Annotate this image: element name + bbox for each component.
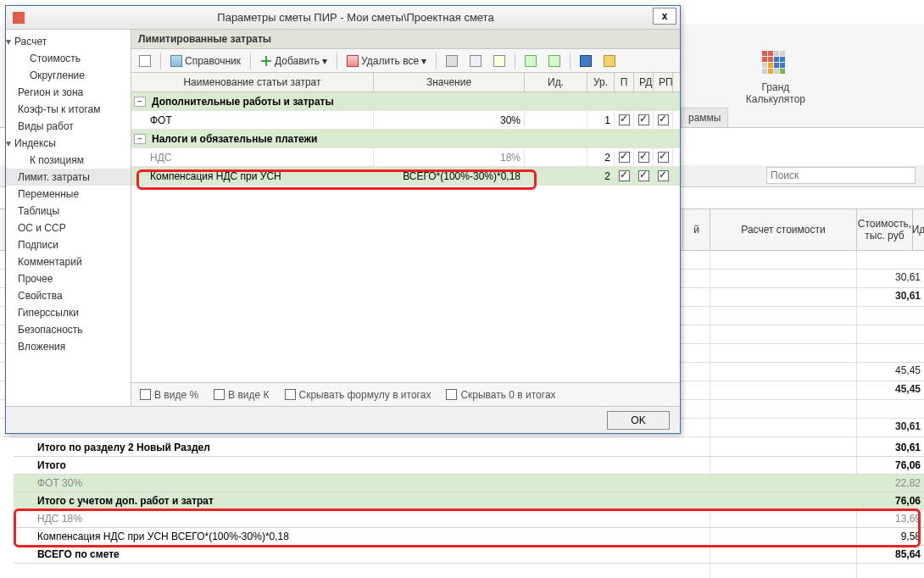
copy-icon [470,55,481,67]
titlebar: Параметры сметы ПИР - Мои сметы\Проектна… [6,6,680,30]
delete-icon [347,55,359,67]
tree-item[interactable]: Прочее [6,270,131,287]
tree-item[interactable]: Регион и зона [6,84,131,101]
nav-tree: ▾РасчетСтоимостьОкруглениеРегион и зонаК… [6,30,131,406]
checkbox-p[interactable] [619,170,630,181]
tree-item[interactable]: Переменные [6,186,131,203]
ribbon-calc-label: Гранд [746,81,805,93]
bg-cost-cell: 45,45 [858,383,921,395]
tree-item[interactable]: ▾Индексы [6,135,131,152]
tree-item[interactable]: ОС и ССР [6,220,131,236]
grid-header: Наименование статьи затрат Значение Ид. … [131,73,680,92]
dialog-title: Параметры сметы ПИР - Мои сметы\Проектна… [31,11,680,24]
opt-coeff[interactable]: В виде К [214,389,269,401]
bg-cost-cell: 30,61 [858,290,921,302]
book-icon [170,55,182,67]
estimate-row: Итого по разделу 2 Новый Раздел30,61 [14,439,924,457]
opt-hide-formula[interactable]: Скрывать формулу в итогах [285,389,431,401]
estimate-row: НДС 18%13,69 [14,510,924,528]
tree-item[interactable]: ▾Расчет [6,33,131,50]
tree-item[interactable]: Округление [6,67,131,84]
col-name: Наименование статьи затрат [131,73,374,92]
arrow-up-icon [525,55,537,67]
grid-row[interactable]: ФОТ30%1 [131,111,680,130]
bottom-estimate-rows: Итого по разделу 2 Новый Раздел30,61Итог… [14,439,924,564]
paste-button[interactable] [489,52,509,70]
col-p: П [615,73,634,92]
dialog-footer: OK [6,406,680,433]
tree-item[interactable]: Свойства [6,287,131,304]
add-button[interactable]: Добавить ▾ [256,52,331,70]
reference-button[interactable]: Справочник [166,52,245,70]
folder-open-icon [604,55,615,67]
close-button[interactable]: x [653,8,676,25]
move-up-button[interactable] [520,52,541,70]
ribbon-calc-group[interactable]: Гранд Калькулятор [746,51,805,105]
tree-item[interactable]: Безопасность [6,321,131,338]
copy-button[interactable] [465,52,486,70]
delete-all-button[interactable]: Удалить все ▾ [342,52,431,70]
save-button[interactable] [576,52,596,70]
open-button[interactable] [599,52,620,70]
tree-item[interactable]: Виды работ [6,118,131,135]
tree-item[interactable]: Таблицы [6,203,131,220]
params-dialog: Параметры сметы ПИР - Мои сметы\Проектна… [5,5,681,434]
opt-percent[interactable]: В виде % [140,389,198,401]
checkbox-rp[interactable] [658,114,669,125]
tree-item[interactable]: Лимит. затраты [6,169,131,186]
app-icon [13,12,25,24]
opt-hide-zero[interactable]: Скрывать 0 в итогах [446,389,555,401]
arrow-down-icon [548,55,560,67]
tree-item[interactable]: Коэф-ты к итогам [6,101,131,118]
section-title: Лимитированные затраты [131,30,680,49]
grid-body: −Дополнительные работы и затратыФОТ30%1−… [131,92,680,382]
checkbox-rd[interactable] [638,152,649,163]
col-rd: РД [634,73,654,92]
tree-item[interactable]: Подписи [6,236,131,253]
detail-icon [139,55,151,67]
checkbox-p[interactable] [619,152,630,163]
collapse-icon[interactable]: − [134,97,146,107]
footer-options: В виде % В виде К Скрывать формулу в ито… [131,382,680,406]
save-icon [580,55,592,67]
estimate-row: Итого76,06 [14,457,924,475]
bg-cost-cell: 45,45 [858,364,921,376]
grid-row[interactable]: Компенсация НДС при УСНВСЕГО*(100%-30%)*… [131,167,680,186]
bg-col-cost: Стоимость, тыс. руб [856,209,912,250]
ribbon-tab[interactable]: раммы [681,108,728,127]
estimate-row: Компенсация НДС при УСН ВСЕГО*(100%-30%)… [14,528,924,546]
bg-cost-cell: 30,61 [858,271,921,283]
col-level: Ур. [587,73,615,92]
col-value: Значение [374,73,525,92]
tree-item[interactable]: Стоимость [6,50,131,67]
search-input[interactable] [766,167,916,184]
checkbox-rp[interactable] [658,170,669,181]
tree-item[interactable]: Вложения [6,338,131,355]
checkbox-rp[interactable] [658,152,669,163]
cut-icon [446,55,458,67]
estimate-row: ФОТ 30%22,82 [14,475,924,492]
collapse-icon[interactable]: − [134,134,146,144]
detail-button[interactable] [135,52,155,70]
tree-item[interactable]: К позициям [6,152,131,169]
checkbox-rd[interactable] [638,170,649,181]
plus-icon [260,55,272,67]
col-rp: РП [654,73,673,92]
estimate-row: ВСЕГО по смете85,64 [14,546,924,564]
col-id: Ид. [525,73,587,92]
grid-toolbar: Справочник Добавить ▾ Удалить все ▾ [131,49,680,73]
bg-col-y: й [682,209,710,250]
checkbox-p[interactable] [619,114,630,125]
grid-group-row[interactable]: −Дополнительные работы и затраты [131,92,680,111]
tree-item[interactable]: Гиперссылки [6,304,131,321]
move-down-button[interactable] [544,52,565,70]
cut-button[interactable] [442,52,462,70]
checkbox-rd[interactable] [638,114,649,125]
estimate-row: Итого с учетом доп. работ и затрат76,06 [14,492,924,510]
paste-icon [493,55,505,67]
grid-group-row[interactable]: −Налоги и обязательные платежи [131,130,680,148]
tree-item[interactable]: Комментарий [6,253,131,270]
ok-button[interactable]: OK [607,411,670,430]
calculator-icon [762,51,789,78]
grid-row[interactable]: НДС18%2 [131,148,680,167]
